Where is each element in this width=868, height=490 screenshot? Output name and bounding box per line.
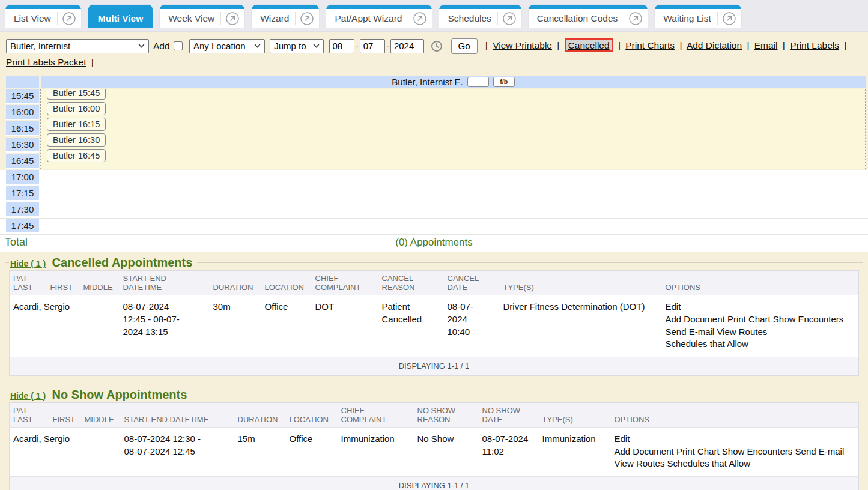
- start-end-value: 08-07-2024 12:30 - 08-07-2024 12:45: [124, 433, 216, 458]
- column-header-location[interactable]: LOCATION: [290, 415, 329, 424]
- time-label: 17:45: [6, 219, 39, 234]
- add-document-link[interactable]: Add Document: [615, 446, 674, 456]
- view-routes-link[interactable]: View Routes: [717, 327, 767, 337]
- column-header-cancel-reason[interactable]: CANCEL REASON: [382, 274, 415, 292]
- time-label: 17:30: [6, 202, 39, 217]
- add-checkbox[interactable]: [174, 41, 183, 50]
- tab-multi-view[interactable]: Multi View: [88, 4, 154, 28]
- column-header-duration[interactable]: DURATION: [213, 283, 253, 292]
- open-new-window-icon[interactable]: [413, 11, 427, 26]
- print-chart-link[interactable]: Print Chart: [676, 446, 720, 456]
- open-new-window-icon[interactable]: [628, 11, 643, 26]
- slot-button-1600[interactable]: Butler 16:00: [47, 102, 106, 115]
- tab-list-view[interactable]: List View: [5, 4, 82, 28]
- provider-header-link[interactable]: Butler, Internist E.: [392, 77, 463, 87]
- column-header-chief-complaint[interactable]: CHIEF COMPLAINT: [341, 406, 387, 424]
- view-printable-link[interactable]: View Printable: [493, 40, 552, 50]
- column-header-types: TYPE(S): [542, 415, 573, 424]
- show-encounters-link[interactable]: Show Encounters: [722, 446, 793, 456]
- column-header-middle[interactable]: MIDDLE: [85, 415, 114, 424]
- hide-no-show-link[interactable]: Hide ( 1 ): [10, 391, 46, 401]
- column-header-types: TYPE(S): [503, 283, 534, 292]
- send-email-link[interactable]: Send E-mail: [666, 327, 715, 337]
- column-header-location[interactable]: LOCATION: [265, 283, 305, 292]
- open-new-window-icon[interactable]: [225, 11, 240, 26]
- open-new-window-icon[interactable]: [300, 11, 314, 26]
- print-labels-packet-link[interactable]: Print Labels Packet: [6, 57, 86, 67]
- tab-accent-bar: [529, 5, 648, 9]
- tab-divider: [57, 12, 58, 25]
- open-new-window-icon[interactable]: [722, 11, 736, 26]
- location-select[interactable]: Any Location: [189, 39, 265, 53]
- edit-link[interactable]: Edit: [666, 301, 681, 312]
- tab-accent-bar: [655, 5, 741, 9]
- tab-accent-bar: [326, 5, 432, 9]
- chief-complaint-cell: DOT: [312, 295, 378, 357]
- schedules-that-allow-link[interactable]: Schedules that Allow: [666, 339, 748, 349]
- hide-cancelled-link[interactable]: Hide ( 1 ): [10, 259, 46, 268]
- show-encounters-link[interactable]: Show Encounters: [773, 314, 844, 324]
- send-email-link[interactable]: Send E-mail: [795, 446, 845, 456]
- slot-button-1615[interactable]: Butler 16:15: [47, 118, 106, 131]
- cancelled-link[interactable]: Cancelled: [565, 38, 613, 52]
- date-month-input[interactable]: [329, 39, 354, 53]
- print-chart-link[interactable]: Print Chart: [727, 314, 771, 324]
- cancel-reason-cell: Patient Cancelled: [378, 295, 444, 357]
- slot-button-1645[interactable]: Butler 16:45: [47, 149, 106, 162]
- column-header-duration[interactable]: DURATION: [238, 415, 278, 424]
- tab-divider: [295, 12, 296, 25]
- column-header-start-end[interactable]: START-END DATETIME: [123, 274, 166, 292]
- column-header-chief-complaint[interactable]: CHIEF COMPLAINT: [315, 274, 361, 292]
- collapse-column-button[interactable]: —: [467, 77, 489, 87]
- column-header-first[interactable]: FIRST: [53, 415, 76, 424]
- print-charts-link[interactable]: Print Charts: [625, 40, 675, 50]
- column-header-pat-last[interactable]: PAT LAST: [13, 274, 33, 292]
- column-header-first[interactable]: FIRST: [50, 283, 73, 292]
- date-day-input[interactable]: [360, 39, 385, 53]
- tab-cancellation-codes[interactable]: Cancellation Codes: [528, 4, 648, 28]
- go-button[interactable]: Go: [451, 38, 478, 54]
- column-header-no-show-reason[interactable]: NO SHOW REASON: [417, 406, 456, 424]
- no-show-reason-cell: No Show: [414, 428, 479, 477]
- tab-schedules[interactable]: Schedules: [439, 4, 521, 28]
- date-year-input[interactable]: [390, 39, 424, 53]
- tab-accent-bar: [5, 5, 81, 9]
- add-dictation-link[interactable]: Add Dictation: [687, 40, 742, 50]
- email-link[interactable]: Email: [754, 40, 778, 50]
- print-labels-link[interactable]: Print Labels: [790, 40, 839, 50]
- column-header-start-end[interactable]: START-END DATETIME: [124, 415, 209, 424]
- tab-divider: [408, 12, 408, 25]
- link-separator: |: [679, 40, 682, 50]
- clock-icon[interactable]: [431, 40, 443, 52]
- tab-waiting-list[interactable]: Waiting List: [654, 4, 742, 28]
- column-header-pat-last[interactable]: PAT LAST: [13, 406, 33, 424]
- table-header-row: PAT LAST FIRST MIDDLE START-END DATETIME…: [10, 403, 859, 428]
- column-header-middle[interactable]: MIDDLE: [83, 283, 113, 292]
- view-routes-link[interactable]: View Routes: [615, 458, 665, 468]
- tab-pat-appt-wizard[interactable]: Pat/Appt Wizard: [326, 4, 432, 28]
- edit-link[interactable]: Edit: [615, 434, 630, 444]
- open-new-window-icon[interactable]: [62, 11, 76, 26]
- middle-name-cell: [80, 295, 120, 357]
- provider-select[interactable]: Butler, Internist: [6, 39, 149, 53]
- tab-divider: [717, 12, 718, 25]
- duration-cell: 30m: [210, 295, 261, 357]
- add-document-link[interactable]: Add Document: [666, 314, 725, 324]
- fb-button[interactable]: f/b: [493, 77, 515, 87]
- tab-week-view[interactable]: Week View: [159, 4, 245, 28]
- open-new-window-icon[interactable]: [502, 11, 517, 26]
- time-label: 16:30: [6, 138, 39, 153]
- schedules-that-allow-link[interactable]: Schedules that Allow: [667, 458, 750, 468]
- no-show-appointments-section: Hide ( 1 ) No Show Appointments PAT LAST…: [5, 388, 863, 490]
- column-header-no-show-date[interactable]: NO SHOW DATE: [482, 406, 521, 424]
- link-separator: |: [747, 40, 749, 50]
- column-header-cancel-date[interactable]: CANCEL DATE: [448, 274, 479, 292]
- slot-button-1630[interactable]: Butler 16:30: [47, 133, 106, 147]
- tab-wizard[interactable]: Wizard: [251, 4, 320, 28]
- start-end-value: 08-07-2024 12:45 - 08-07-2024 13:15: [123, 301, 194, 338]
- jump-to-select[interactable]: Jump to: [270, 39, 324, 53]
- slot-button-1545[interactable]: Butler 15:45: [47, 89, 106, 100]
- displaying-count: DISPLAYING 1-1 / 1: [10, 357, 859, 376]
- time-label: 17:15: [6, 186, 39, 201]
- start-end-cell: 08-07-2024 12:45 - 08-07-2024 13:15: [120, 295, 210, 357]
